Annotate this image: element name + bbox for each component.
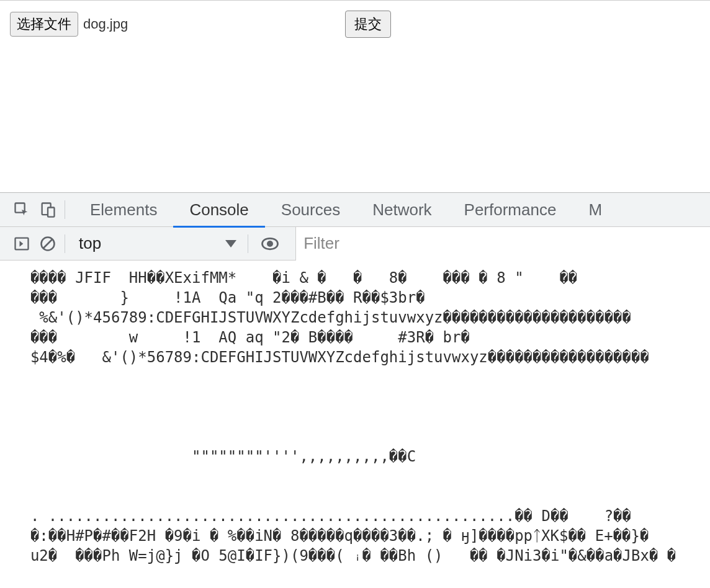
live-expression-icon[interactable]	[257, 231, 283, 257]
selected-file-name: dog.jpg	[83, 16, 128, 32]
submit-button[interactable]: 提交	[345, 11, 391, 38]
inspect-element-icon[interactable]	[9, 197, 35, 223]
tab-sources[interactable]: Sources	[265, 193, 356, 227]
tab-elements[interactable]: Elements	[74, 193, 173, 227]
separator	[65, 234, 65, 253]
sidebar-toggle-icon[interactable]	[9, 231, 35, 257]
page-content: 选择文件 dog.jpg 提交	[0, 0, 710, 192]
context-label: top	[79, 234, 101, 253]
upload-form: 选择文件 dog.jpg 提交	[10, 11, 700, 38]
filter-input[interactable]	[295, 227, 710, 261]
choose-file-button[interactable]: 选择文件	[10, 12, 78, 37]
svg-point-6	[267, 241, 273, 247]
clear-console-icon[interactable]	[35, 231, 61, 257]
context-selector[interactable]: top	[74, 234, 239, 253]
tab-more-truncated[interactable]: M	[572, 193, 618, 227]
file-input[interactable]: 选择文件 dog.jpg	[10, 12, 128, 37]
chevron-down-icon	[225, 240, 236, 247]
console-toolbar: top	[0, 227, 710, 261]
tab-console[interactable]: Console	[173, 193, 264, 227]
device-toolbar-icon[interactable]	[35, 197, 61, 223]
svg-line-5	[43, 239, 52, 248]
console-output: ���� JFIF HH��XExifMM* �i & � � 8� ��� �…	[0, 261, 710, 588]
svg-rect-2	[48, 208, 55, 217]
separator	[248, 234, 248, 253]
devtools-tabstrip: Elements Console Sources Network Perform…	[0, 193, 710, 227]
devtools-panel: Elements Console Sources Network Perform…	[0, 192, 710, 588]
tab-performance[interactable]: Performance	[448, 193, 573, 227]
tab-network[interactable]: Network	[356, 193, 447, 227]
separator	[65, 200, 65, 219]
